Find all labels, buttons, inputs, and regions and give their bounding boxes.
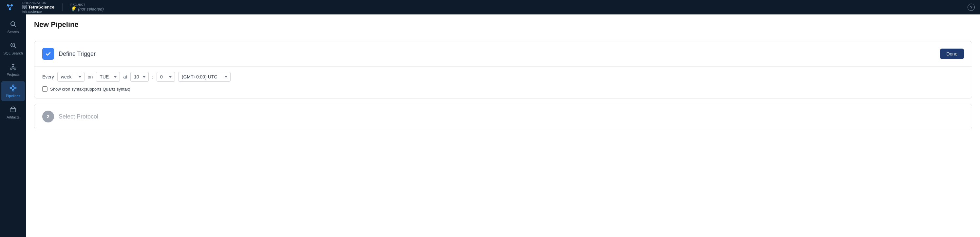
pipelines-icon [10,84,17,93]
sql-search-icon [10,42,17,50]
svg-line-23 [12,68,13,68]
svg-rect-11 [24,7,25,8]
sidebar-label-projects: Projects [6,72,20,77]
select-protocol-card: 2 Select Protocol [34,104,972,129]
logo-icon [5,3,14,12]
minute-select[interactable]: 0 5 10 15 20 25 30 35 40 45 50 55 [157,72,175,82]
cron-label: Show cron syntax(supports Quartz syntax) [50,86,130,91]
svg-rect-10 [23,7,24,8]
card-title-row: Define Trigger [42,48,95,60]
define-trigger-card: Define Trigger Done Every week minute ho… [34,41,972,98]
svg-line-4 [8,5,10,9]
frequency-row: Every week minute hour day month on SUN … [42,72,964,82]
protocol-title-row: 2 Select Protocol [42,110,98,122]
sidebar-label-sql-search: SQL Search [3,51,23,55]
content-area: New Pipeline Define Trigger Done [26,14,980,237]
define-trigger-header: Define Trigger Done [34,42,972,66]
timezone-text: (GMT+0:00) UTC [182,74,223,79]
svg-point-25 [10,87,12,89]
building-icon [22,5,27,9]
topbar: ORGANIZATION TetraScience tetrascience P… [0,0,980,14]
select-protocol-title: Select Protocol [59,113,98,120]
step-2-number: 2 [47,114,49,119]
trigger-form: Every week minute hour day month on SUN … [34,66,972,98]
bulb-icon: 💡 [70,6,76,11]
project-label: PROJECT [70,3,104,6]
define-trigger-title: Define Trigger [59,51,95,58]
svg-line-24 [14,68,15,68]
cron-syntax-checkbox[interactable] [42,86,48,91]
frequency-select[interactable]: week minute hour day month [57,72,84,82]
org-subtitle: tetrascience [22,10,54,13]
sidebar-item-projects[interactable]: Projects [1,60,25,80]
projects-icon [10,63,17,71]
sidebar-item-search[interactable]: Search [1,17,25,37]
help-button[interactable]: ? [967,3,975,11]
sidebar-label-pipelines: Pipelines [6,94,21,98]
svg-rect-13 [24,8,25,9]
sidebar-item-artifacts[interactable]: Artifacts [1,102,25,122]
main-layout: Search SQL Search [0,14,980,237]
svg-point-28 [13,90,14,91]
svg-line-17 [14,46,16,48]
timezone-select-wrapper[interactable]: (GMT+0:00) UTC ▾ [178,72,231,82]
done-button[interactable]: Done [940,49,964,59]
svg-line-15 [14,25,16,27]
sidebar-label-search: Search [8,30,19,34]
content-body: Define Trigger Done Every week minute ho… [26,33,980,137]
project-name: 💡 (not selected) [70,6,104,11]
step-2-icon: 2 [42,110,54,122]
cron-checkbox-row: Show cron syntax(supports Quartz syntax) [42,86,964,91]
svg-point-26 [15,87,16,89]
every-label: Every [42,74,54,79]
svg-rect-9 [25,6,26,6]
svg-line-5 [10,5,12,9]
timezone-chevron-icon: ▾ [225,75,227,79]
sidebar-item-pipelines[interactable]: Pipelines [1,81,25,101]
svg-rect-7 [23,6,24,6]
org-name: TetraScience [22,5,54,10]
sidebar: Search SQL Search [0,14,26,237]
page-header: New Pipeline [26,14,980,33]
sidebar-label-artifacts: Artifacts [6,115,20,119]
page-title: New Pipeline [34,20,972,29]
svg-rect-8 [24,6,25,6]
svg-point-20 [12,66,14,68]
org-label: ORGANIZATION [22,1,54,5]
sidebar-item-sql-search[interactable]: SQL Search [1,38,25,58]
svg-point-27 [13,85,14,86]
search-icon [10,20,17,29]
at-label: at [123,74,127,79]
day-select[interactable]: SUN MON TUE WED THU FRI SAT [96,72,120,82]
on-label: on [88,74,93,79]
colon-separator: : [152,74,153,79]
svg-rect-12 [25,7,26,8]
select-protocol-header: 2 Select Protocol [34,104,972,129]
logo [5,3,14,12]
hour-select[interactable]: 0 1 2 3 4 5 6 7 8 9 10 11 12 [130,72,149,82]
artifacts-icon [10,106,17,114]
org-section: ORGANIZATION TetraScience tetrascience [22,1,54,13]
step-1-icon [42,48,54,60]
project-section: PROJECT 💡 (not selected) [70,3,104,11]
